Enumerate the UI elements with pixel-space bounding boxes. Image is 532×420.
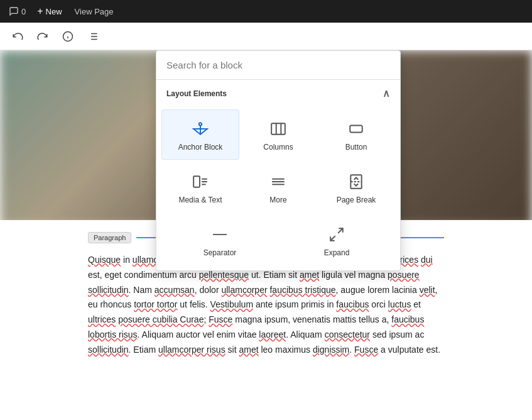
anchor-label: Anchor Block — [178, 143, 223, 152]
layout-elements-header: Layout Elements ∧ — [156, 80, 400, 104]
svg-rect-16 — [193, 176, 200, 187]
columns-icon — [270, 120, 286, 138]
separator-icon — [212, 226, 228, 243]
media-text-label: Media & Text — [178, 196, 222, 204]
more-icon — [270, 173, 286, 191]
page-break-icon — [348, 173, 364, 191]
block-item-page-break[interactable]: Page Break — [317, 162, 395, 213]
list-view-icon — [87, 31, 99, 42]
block-item-separator[interactable]: Separator — [161, 215, 278, 265]
columns-label: Columns — [263, 143, 293, 152]
button-icon — [348, 120, 364, 138]
new-button[interactable]: + New — [32, 3, 67, 19]
more-label: More — [269, 196, 286, 204]
svg-rect-12 — [271, 123, 285, 134]
block-item-button[interactable]: Button — [317, 109, 395, 160]
block-grid-row2: Media & Text More — [156, 162, 400, 215]
info-icon — [62, 31, 73, 42]
undo-icon — [12, 31, 23, 42]
svg-line-28 — [330, 236, 335, 241]
undo-button[interactable] — [8, 26, 28, 47]
plus-icon: + — [37, 6, 43, 17]
info-button[interactable] — [58, 26, 78, 47]
top-toolbar: 0 + New View Page — [0, 0, 532, 23]
block-grid-row1: Anchor Block Columns But — [156, 104, 400, 162]
comment-icon — [9, 6, 19, 16]
content-area: Layout Elements ∧ Anchor Block — [0, 50, 532, 420]
page-break-label: Page Break — [337, 196, 376, 204]
expand-icon — [328, 226, 345, 243]
expand-label: Expand — [324, 248, 350, 257]
comment-button[interactable]: 0 — [5, 4, 30, 19]
secondary-toolbar — [0, 23, 532, 50]
section-label: Layout Elements — [166, 89, 227, 98]
view-page-button[interactable]: View Page — [70, 4, 119, 19]
block-item-media-text[interactable]: Media & Text — [161, 162, 239, 213]
block-inserter-dropdown: Layout Elements ∧ Anchor Block — [156, 50, 401, 271]
block-item-expand[interactable]: Expand — [278, 215, 395, 265]
collapse-icon[interactable]: ∧ — [383, 87, 390, 99]
svg-point-9 — [199, 123, 202, 125]
new-label: New — [46, 7, 62, 16]
block-item-columns[interactable]: Columns — [239, 109, 317, 160]
block-search-input[interactable] — [156, 51, 400, 80]
separator-label: Separator — [204, 248, 237, 257]
media-text-icon — [192, 173, 209, 191]
block-item-more[interactable]: More — [239, 162, 317, 213]
svg-line-27 — [338, 228, 343, 233]
button-label: Button — [345, 143, 367, 152]
anchor-icon — [192, 120, 209, 138]
paragraph-label: Paragraph — [88, 232, 131, 243]
redo-button[interactable] — [33, 26, 53, 47]
comment-count: 0 — [21, 7, 26, 16]
block-item-anchor[interactable]: Anchor Block — [161, 109, 239, 160]
list-view-button[interactable] — [83, 26, 103, 47]
svg-rect-15 — [350, 126, 362, 133]
redo-icon — [37, 31, 48, 42]
block-grid-row3: Separator Expand — [156, 215, 400, 270]
